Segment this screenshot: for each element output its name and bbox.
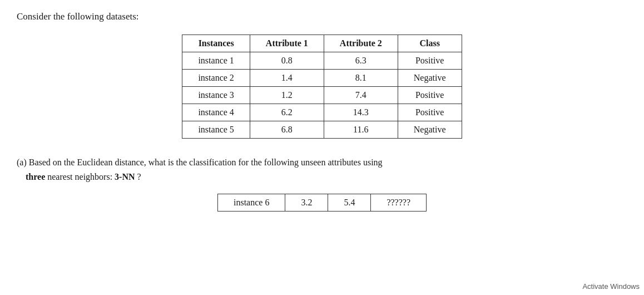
table-cell: Positive <box>398 52 462 70</box>
table-cell: 14.3 <box>324 104 398 121</box>
table-header-row: Instances Attribute 1 Attribute 2 Class <box>182 35 462 52</box>
col-header-attr1: Attribute 1 <box>250 35 324 52</box>
question-a-bold2: 3-NN <box>115 172 135 181</box>
table-cell: 1.4 <box>250 70 324 87</box>
watermark-text: Activate Windows <box>582 282 640 291</box>
table-cell: 11.6 <box>324 121 398 139</box>
table-row: instance 46.214.3Positive <box>182 104 462 121</box>
table-row: instance 10.86.3Positive <box>182 52 462 70</box>
table-cell: instance 6 <box>217 194 285 212</box>
table-cell: 8.1 <box>324 70 398 87</box>
table-cell: instance 5 <box>182 121 250 139</box>
table-cell: 3.2 <box>285 194 328 212</box>
table-cell: 6.8 <box>250 121 324 139</box>
table-cell: 7.4 <box>324 87 398 104</box>
table-row: instance 63.25.4?????? <box>217 194 426 212</box>
table-cell: 6.2 <box>250 104 324 121</box>
instance6-table: instance 63.25.4?????? <box>217 194 427 212</box>
col-header-attr2: Attribute 2 <box>324 35 398 52</box>
table-cell: instance 3 <box>182 87 250 104</box>
instance6-table-wrapper: instance 63.25.4?????? <box>17 194 627 212</box>
question-a-bold: three <box>26 172 45 181</box>
col-header-instances: Instances <box>182 35 250 52</box>
dataset-table-wrapper: Instances Attribute 1 Attribute 2 Class … <box>17 35 627 139</box>
table-cell: instance 4 <box>182 104 250 121</box>
table-cell: instance 2 <box>182 70 250 87</box>
question-a-suffix: nearest neighbors: <box>45 172 112 181</box>
table-cell: Positive <box>398 104 462 121</box>
table-cell: 0.8 <box>250 52 324 70</box>
table-cell: 1.2 <box>250 87 324 104</box>
question-a-end: ? <box>135 172 141 181</box>
table-cell: instance 1 <box>182 52 250 70</box>
table-cell: 6.3 <box>324 52 398 70</box>
question-block-a: (a) Based on the Euclidean distance, wha… <box>17 155 627 184</box>
instance6-table-body: instance 63.25.4?????? <box>217 194 426 212</box>
table-row: instance 31.27.4Positive <box>182 87 462 104</box>
table-cell: 5.4 <box>328 194 371 212</box>
col-header-class: Class <box>398 35 462 52</box>
table-row: instance 56.811.6Negative <box>182 121 462 139</box>
dataset-table: Instances Attribute 1 Attribute 2 Class … <box>182 35 462 139</box>
question-a-prefix: (a) Based on the Euclidean distance, wha… <box>17 158 383 167</box>
table-cell: Positive <box>398 87 462 104</box>
table-row: instance 21.48.1Negative <box>182 70 462 87</box>
intro-text: Consider the following datasets: <box>17 11 627 22</box>
table-cell: Negative <box>398 121 462 139</box>
question-a-text: (a) Based on the Euclidean distance, wha… <box>17 158 383 181</box>
table-cell: Negative <box>398 70 462 87</box>
main-table-body: instance 10.86.3Positiveinstance 21.48.1… <box>182 52 462 139</box>
table-cell: ?????? <box>371 194 427 212</box>
